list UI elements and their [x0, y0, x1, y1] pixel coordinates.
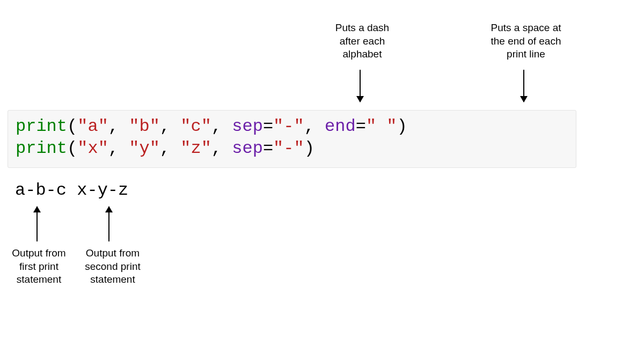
output-text: a-b-c x-y-z	[15, 180, 128, 200]
token-comma: ,	[211, 116, 232, 136]
token-comma: ,	[108, 138, 129, 158]
token-string: "z"	[180, 138, 211, 158]
token-paren-open: (	[67, 116, 77, 136]
token-string: "-"	[273, 116, 304, 136]
token-keyword-sep: sep	[232, 116, 263, 136]
token-keyword-sep: sep	[232, 138, 263, 158]
token-string: "b"	[129, 116, 160, 136]
token-comma: ,	[160, 138, 180, 158]
annotation-end: Puts a space atthe end of eachprint line	[475, 21, 577, 61]
token-eq: =	[263, 116, 273, 136]
token-func: print	[16, 116, 67, 136]
code-block: print("a", "b", "c", sep="-", end=" ") p…	[8, 110, 576, 168]
arrow-out1-up	[36, 207, 38, 241]
token-comma: ,	[211, 138, 232, 158]
token-paren-open: (	[67, 138, 77, 158]
annotation-sep: Puts a dashafter eachalphabet	[317, 21, 408, 61]
token-string: "x"	[77, 138, 108, 158]
token-string: "a"	[77, 116, 108, 136]
token-comma: ,	[108, 116, 129, 136]
token-paren-close: )	[304, 138, 314, 158]
annotation-output2: Output fromsecond printstatement	[78, 247, 148, 286]
arrow-out2-up	[108, 207, 109, 241]
arrow-end-down	[523, 70, 524, 102]
token-keyword-end: end	[325, 116, 356, 136]
token-eq: =	[356, 116, 366, 136]
token-eq: =	[263, 138, 273, 158]
token-string: " "	[366, 116, 397, 136]
arrow-sep-down	[360, 70, 361, 102]
token-string: "c"	[180, 116, 211, 136]
token-comma: ,	[304, 116, 325, 136]
annotation-output1: Output fromfirst printstatement	[5, 247, 72, 286]
token-string: "y"	[129, 138, 160, 158]
code-line-1: print("a", "b", "c", sep="-", end=" ")	[16, 116, 568, 138]
token-comma: ,	[160, 116, 180, 136]
code-line-2: print("x", "y", "z", sep="-")	[16, 138, 568, 160]
token-func: print	[16, 138, 67, 158]
token-paren-close: )	[397, 116, 407, 136]
token-string: "-"	[273, 138, 304, 158]
